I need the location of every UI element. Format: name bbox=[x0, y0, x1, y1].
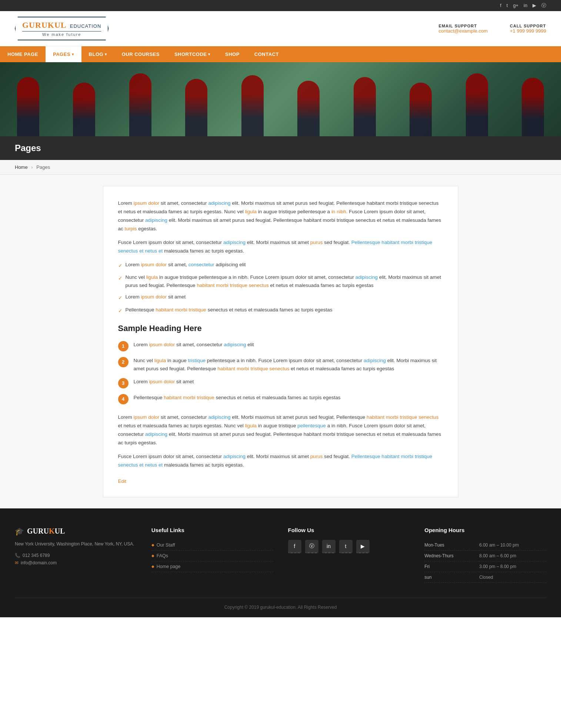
footer-links-list: ◆ Our Staff ◆ FAQs ◆ Home page bbox=[151, 540, 273, 572]
check-icon-2: ✓ bbox=[118, 274, 123, 282]
nav-shop[interactable]: SHOP bbox=[218, 46, 247, 62]
youtube-link[interactable]: ▶ bbox=[532, 3, 536, 8]
footer-facebook-icon[interactable]: f bbox=[288, 540, 301, 553]
footer-email: ✉ info@domain.com bbox=[15, 560, 137, 565]
main-content: Lorem ipsum dolor sit amet, consectetur … bbox=[0, 175, 561, 508]
call-value[interactable]: +1 999 999 9999 bbox=[510, 28, 546, 34]
numbered-item-3: 3 Lorem ipsum dolor sit amet bbox=[118, 378, 443, 388]
nav-courses[interactable]: OUR COURSES bbox=[114, 46, 167, 62]
copyright-text: Copyright © 2019 gurukul-education. All … bbox=[224, 605, 337, 610]
num-badge-2: 2 bbox=[118, 357, 128, 367]
nav-blog[interactable]: BLOG ▾ bbox=[81, 46, 114, 62]
hours-row-1: Mon-Tues 6.00 am – 10.00 pm bbox=[424, 540, 546, 551]
page-title-section: Pages bbox=[0, 136, 561, 160]
google-plus-link[interactable]: g+ bbox=[513, 3, 518, 8]
hours-time-1: 6.00 am – 10.00 pm bbox=[479, 540, 546, 551]
logo-brand: GURUKUL education bbox=[22, 20, 101, 30]
shortcode-arrow-icon: ▾ bbox=[208, 52, 210, 56]
follow-title: Follow Us bbox=[288, 527, 410, 533]
sample-heading: Sample Heading Here bbox=[118, 324, 443, 333]
footer-brand-col: 🎓 GURUKUL New York University, Washingto… bbox=[15, 527, 137, 583]
footer-social-col: Follow Us f Ⓥ in t ▶ bbox=[288, 527, 410, 583]
hours-time-2: 8.00 am – 6.00 pm bbox=[479, 550, 546, 561]
nav-home[interactable]: HOME PAGE bbox=[0, 46, 46, 62]
footer-bottom: Copyright © 2019 gurukul-education. All … bbox=[15, 598, 546, 610]
email-contact: EMAIL SUPPORT contact@example.com bbox=[439, 24, 488, 34]
nav-pages[interactable]: PAGES ▾ bbox=[46, 46, 81, 62]
num-badge-4: 4 bbox=[118, 394, 128, 404]
phone-icon: 📞 bbox=[15, 553, 20, 558]
footer-link-faqs[interactable]: ◆ FAQs bbox=[151, 551, 273, 561]
hours-day-2: Wednes-Thurs bbox=[424, 550, 479, 561]
footer-phone: 📞 012 345 6789 bbox=[15, 553, 137, 558]
numbered-item-1: 1 Lorem ipsum dolor sit amet, consectetu… bbox=[118, 341, 443, 351]
hours-day-3: Fri bbox=[424, 561, 479, 572]
useful-links-title: Useful Links bbox=[151, 527, 273, 533]
site-footer: 🎓 GURUKUL New York University, Washingto… bbox=[0, 508, 561, 617]
footer-link-staff[interactable]: ◆ Our Staff bbox=[151, 540, 273, 551]
footer-links-col: Useful Links ◆ Our Staff ◆ FAQs ◆ Home p… bbox=[151, 527, 273, 583]
link-bullet-3: ◆ bbox=[151, 564, 154, 568]
check-item-1: ✓ Lorem ipsum dolor sit amet, consectetu… bbox=[118, 261, 443, 270]
footer-instagram-icon[interactable]: Ⓥ bbox=[305, 540, 318, 553]
logo-brand-text: GURUKUL bbox=[22, 20, 66, 30]
hours-row-2: Wednes-Thurs 8.00 am – 6.00 pm bbox=[424, 550, 546, 561]
footer-link-home[interactable]: ◆ Home page bbox=[151, 561, 273, 572]
main-nav: HOME PAGE PAGES ▾ BLOG ▾ OUR COURSES SHO… bbox=[0, 46, 561, 62]
site-header: GURUKUL education We make future EMAIL S… bbox=[0, 11, 561, 46]
hours-title: Opening Hours bbox=[424, 527, 546, 533]
phone-contact: CALL SUPPORT +1 999 999 9999 bbox=[510, 24, 546, 34]
breadcrumb-separator: › bbox=[31, 164, 33, 170]
nav-contact[interactable]: CONTACT bbox=[247, 46, 286, 62]
twitter-link[interactable]: t bbox=[507, 3, 508, 8]
content-para-3: Lorem ipsum dolor sit amet, consectetur … bbox=[118, 413, 443, 447]
call-label: CALL SUPPORT bbox=[510, 24, 546, 28]
hours-time-4: Closed bbox=[479, 572, 546, 582]
footer-brand-text: GURUKUL bbox=[27, 527, 65, 535]
nav-shortcode[interactable]: SHORTCODE ▾ bbox=[167, 46, 218, 62]
top-social-bar: f t g+ in ▶ Ⓥ bbox=[0, 0, 561, 11]
numbered-item-4: 4 Pellentesque habitant morbi tristique … bbox=[118, 394, 443, 404]
instagram-link[interactable]: Ⓥ bbox=[541, 3, 546, 8]
footer-linkedin-icon[interactable]: in bbox=[322, 540, 335, 553]
footer-hours-col: Opening Hours Mon-Tues 6.00 am – 10.00 p… bbox=[424, 527, 546, 583]
footer-twitter-icon[interactable]: t bbox=[339, 540, 353, 553]
footer-logo: 🎓 GURUKUL bbox=[15, 527, 137, 536]
footer-address: New York University, Washington Place, N… bbox=[15, 540, 137, 548]
num-badge-3: 3 bbox=[118, 378, 128, 388]
email-label: EMAIL SUPPORT bbox=[439, 24, 488, 28]
edit-link[interactable]: Edit bbox=[118, 478, 126, 484]
link-bullet-1: ◆ bbox=[151, 543, 154, 547]
email-icon: ✉ bbox=[15, 560, 19, 565]
logo-education: education bbox=[70, 23, 101, 29]
check-icon-1: ✓ bbox=[118, 261, 123, 270]
numbered-item-2: 2 Nunc vel ligula in augue tristique pel… bbox=[118, 357, 443, 373]
hours-row-3: Fri 3.00 pm – 8.00 pm bbox=[424, 561, 546, 572]
hours-day-1: Mon-Tues bbox=[424, 540, 479, 551]
link-bullet-2: ◆ bbox=[151, 554, 154, 558]
numbered-list: 1 Lorem ipsum dolor sit amet, consectetu… bbox=[118, 341, 443, 404]
num-badge-1: 1 bbox=[118, 341, 128, 351]
hours-table: Mon-Tues 6.00 am – 10.00 pm Wednes-Thurs… bbox=[424, 540, 546, 583]
check-icon-3: ✓ bbox=[118, 294, 123, 302]
logo[interactable]: GURUKUL education We make future bbox=[15, 17, 108, 40]
footer-logo-icon: 🎓 bbox=[15, 527, 24, 536]
page-title: Pages bbox=[15, 143, 546, 153]
pages-arrow-icon: ▾ bbox=[72, 52, 74, 56]
hours-day-4: sun bbox=[424, 572, 479, 582]
content-para-4: Fusce Lorem ipsum dolor sit amet, consec… bbox=[118, 453, 443, 470]
content-para-2: Fusce Lorem ipsum dolor sit amet, consec… bbox=[118, 238, 443, 256]
facebook-link[interactable]: f bbox=[500, 3, 501, 8]
check-icon-4: ✓ bbox=[118, 307, 123, 315]
hero-image bbox=[0, 62, 561, 136]
breadcrumb: Home › Pages bbox=[0, 160, 561, 175]
email-value[interactable]: contact@example.com bbox=[439, 28, 488, 34]
content-para-1: Lorem ipsum dolor sit amet, consectetur … bbox=[118, 199, 443, 233]
breadcrumb-home[interactable]: Home bbox=[15, 164, 28, 170]
linkedin-link[interactable]: in bbox=[524, 3, 527, 8]
hours-time-3: 3.00 pm – 8.00 pm bbox=[479, 561, 546, 572]
content-box: Lorem ipsum dolor sit amet, consectetur … bbox=[103, 186, 458, 497]
hours-row-4: sun Closed bbox=[424, 572, 546, 582]
social-icons: f Ⓥ in t ▶ bbox=[288, 540, 410, 553]
footer-youtube-icon[interactable]: ▶ bbox=[356, 540, 370, 553]
